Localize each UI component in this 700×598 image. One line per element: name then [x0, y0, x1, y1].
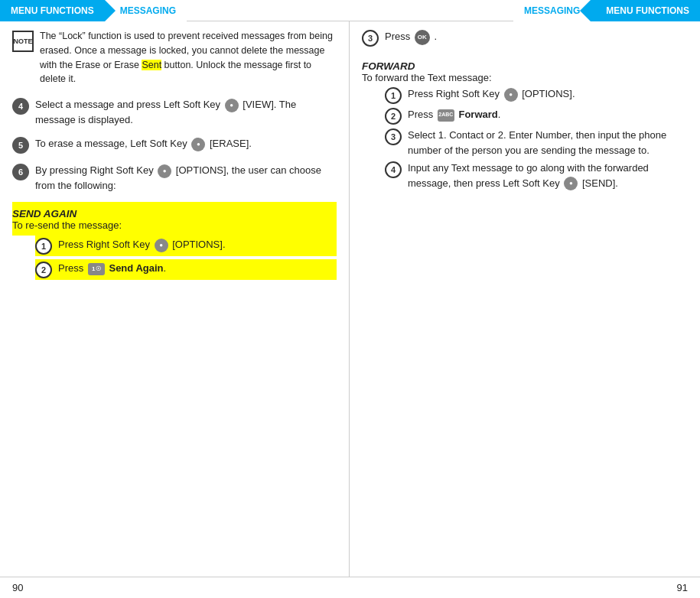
- header-left-label: MENU FUNCTIONS: [0, 0, 105, 21]
- key-2abc-icon: 2ABC: [438, 109, 454, 122]
- send-again-steps: 1 Press Right Soft Key ● [OPTIONS]. 2 Pr…: [35, 236, 337, 280]
- step-5: 5 To erase a message, Left Soft Key ● [E…: [12, 136, 337, 154]
- send-again-step-2-text: Press 1☉ Send Again.: [58, 261, 166, 276]
- step-outline-3: 3: [362, 30, 379, 47]
- page-number-left: 90: [12, 582, 23, 593]
- forward-step-outline-4: 4: [385, 161, 402, 178]
- forward-subtitle: To forward the Text message:: [362, 72, 688, 83]
- step-4: 4 Select a message and press Left Soft K…: [12, 97, 337, 127]
- step-6-text: By pressing Right Soft Key ● [OPTIONS], …: [35, 163, 337, 193]
- main-content: NOTE The “Lock” function is used to prev…: [0, 21, 700, 577]
- step-outline-2: 2: [35, 262, 52, 278]
- step-circle-6: 6: [12, 164, 29, 180]
- header-left-messaging: MESSAGING: [105, 0, 187, 21]
- send-again-highlight: SEND AGAIN To re-send the message:: [12, 202, 337, 236]
- page-header: MENU FUNCTIONS MESSAGING MESSAGING MENU …: [0, 0, 700, 21]
- send-again-subtitle: To re-send the message:: [12, 219, 337, 231]
- send-again-step-2: 2 Press 1☉ Send Again.: [35, 259, 337, 280]
- step-4-text: Select a message and press Left Soft Key…: [35, 97, 337, 127]
- right-panel: 3 Press OK . FORWARD To forward the Text…: [350, 21, 700, 577]
- forward-title: FORWARD: [362, 60, 688, 72]
- step-3-right: 3 Press OK .: [362, 29, 688, 47]
- forward-step-1: 1 Press Right Soft Key ● [OPTIONS].: [385, 86, 688, 104]
- page-number-right: 91: [677, 582, 688, 593]
- send-again-step-1-text: Press Right Soft Key ● [OPTIONS].: [58, 237, 226, 252]
- forward-step-outline-3: 3: [385, 128, 402, 145]
- forward-step-3: 3 Select 1. Contact or 2. Enter Number, …: [385, 128, 688, 158]
- forward-step-2-text: Press 2ABC Forward.: [408, 107, 500, 122]
- note-icon: NOTE: [12, 31, 34, 52]
- highlight-sent: Sent: [142, 60, 161, 70]
- right-soft-key-icon-6: ●: [158, 164, 171, 178]
- forward-step-2: 2 Press 2ABC Forward.: [385, 107, 688, 125]
- forward-step-outline-2: 2: [385, 108, 402, 125]
- key-1-icon: 1☉: [88, 263, 105, 275]
- right-soft-key-icon-f1: ●: [504, 88, 518, 102]
- forward-section: FORWARD To forward the Text message: 1 P…: [362, 56, 688, 190]
- step-circle-5: 5: [12, 137, 29, 154]
- left-soft-key-icon-f4: ●: [564, 177, 578, 190]
- send-again-step-1: 1 Press Right Soft Key ● [OPTIONS].: [35, 236, 337, 256]
- forward-step-1-text: Press Right Soft Key ● [OPTIONS].: [408, 86, 575, 102]
- forward-step-4-text: Input any Text message to go along with …: [408, 161, 688, 190]
- header-right-label: MENU FUNCTIONS: [591, 0, 700, 21]
- note-text: The “Lock” function is used to prevent r…: [40, 29, 337, 86]
- ok-key-icon: OK: [415, 30, 430, 45]
- left-panel: NOTE The “Lock” function is used to prev…: [0, 21, 350, 577]
- forward-steps: 1 Press Right Soft Key ● [OPTIONS]. 2 Pr…: [385, 86, 688, 190]
- send-again-section: SEND AGAIN To re-send the message: 1 Pre…: [12, 202, 337, 280]
- header-right-messaging: MESSAGING: [513, 0, 591, 21]
- forward-step-4: 4 Input any Text message to go along wit…: [385, 161, 688, 190]
- step-5-text: To erase a message, Left Soft Key ● [ERA…: [35, 136, 252, 151]
- step-outline-1: 1: [35, 238, 52, 255]
- left-soft-key-icon-5: ●: [191, 138, 205, 151]
- forward-step-outline-1: 1: [385, 87, 402, 104]
- forward-step-3-text: Select 1. Contact or 2. Enter Number, th…: [408, 128, 688, 158]
- right-soft-key-icon-sa1: ●: [155, 239, 168, 252]
- step-6: 6 By pressing Right Soft Key ● [OPTIONS]…: [12, 163, 337, 193]
- page-footer: 90 91: [0, 577, 700, 598]
- step-circle-4: 4: [12, 98, 29, 115]
- header-divider: [187, 0, 513, 21]
- left-soft-key-icon: ●: [225, 99, 239, 112]
- step-3-right-text: Press OK .: [385, 29, 437, 45]
- note-box: NOTE The “Lock” function is used to prev…: [12, 29, 337, 86]
- send-again-title: SEND AGAIN: [12, 208, 337, 219]
